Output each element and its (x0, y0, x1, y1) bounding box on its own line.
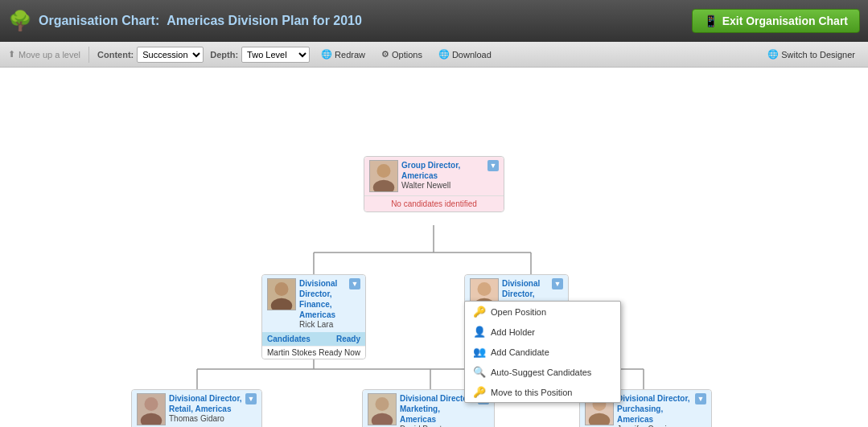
exit-button-label: Exit Organisation Chart (722, 14, 848, 27)
switch-icon: 🌐 (767, 49, 779, 60)
root-dropdown-button[interactable]: ▼ (487, 160, 499, 171)
toolbar: ⬆ Move up a level Content: Succession De… (0, 42, 868, 68)
left-candidate-row-1: Martin Stokes Ready Now (262, 346, 365, 359)
download-label: Download (452, 50, 492, 60)
depth-label: Depth: (210, 50, 238, 60)
grandchild3-dropdown-button[interactable]: ▼ (695, 393, 706, 404)
move-up-button[interactable]: ⬆ Move up a level (8, 49, 80, 60)
content-dropdown[interactable]: Succession (137, 47, 204, 63)
grandchild2-photo (368, 393, 397, 425)
depth-dropdown[interactable]: Two Level One Level Three Level (241, 47, 310, 63)
options-button[interactable]: ⚙ Options (376, 47, 427, 61)
left-child-candidates-header: Candidates Ready (262, 332, 365, 346)
grandchild1-dropdown-button[interactable]: ▼ (245, 393, 257, 404)
app-icon: 🌳 (8, 10, 32, 32)
open-position-label: Open Position (491, 307, 546, 317)
header-title-value: Americas Division Plan for 2010 (167, 14, 362, 27)
redraw-button[interactable]: 🌐 Redraw (316, 47, 370, 61)
context-menu: 🔑 Open Position 👤 Add Holder 👥 Add Candi… (464, 301, 621, 403)
svg-point-19 (478, 282, 492, 296)
download-icon: 🌐 (438, 49, 450, 60)
grandchild1-name: Thomas Gidaro (169, 414, 242, 423)
switch-designer-button[interactable]: 🌐 Switch to Designer (763, 47, 860, 61)
move-up-icon: ⬆ (8, 49, 15, 60)
chart-connectors (0, 68, 868, 427)
context-menu-item-auto-suggest[interactable]: 🔍 Auto-Suggest Candidates (465, 362, 620, 382)
add-candidate-icon: 👥 (473, 346, 486, 358)
right-child-dropdown-button[interactable]: ▼ (552, 278, 563, 289)
exit-icon: 📱 (704, 14, 718, 27)
root-no-candidates: No candidates identified (364, 195, 504, 211)
grandchild1-info: Divisional Director, Retail, Americas Th… (169, 393, 242, 423)
left-child-dropdown-button[interactable]: ▼ (349, 278, 360, 289)
svg-point-13 (377, 164, 391, 178)
app-header: 🌳 Organisation Chart: Americas Division … (0, 0, 868, 42)
left-child-name: Rick Lara (299, 320, 346, 329)
left-candidate-name-1: Martin Stokes (267, 348, 319, 357)
options-icon: ⚙ (381, 49, 389, 60)
divider-1 (88, 47, 89, 63)
auto-suggest-icon: 🔍 (473, 366, 486, 378)
open-position-icon: 🔑 (473, 306, 486, 318)
move-up-label: Move up a level (19, 50, 80, 60)
redraw-label: Redraw (335, 50, 365, 60)
add-holder-label: Add Holder (491, 327, 535, 337)
header-title-label: Organisation Chart: (39, 14, 159, 27)
left-child-photo (267, 278, 296, 310)
root-node-header: Group Director, Americas Walter Newell ▼ (364, 157, 504, 195)
context-menu-item-add-candidate[interactable]: 👥 Add Candidate (465, 342, 620, 362)
svg-point-25 (376, 397, 389, 411)
context-menu-item-open[interactable]: 🔑 Open Position (465, 302, 620, 322)
switch-label: Switch to Designer (781, 50, 855, 60)
grandchild3-info: Divisional Director, Purchasing, America… (617, 393, 692, 427)
context-menu-item-move[interactable]: 🔑 Move to this Position (465, 382, 620, 402)
redraw-icon: 🌐 (321, 49, 332, 60)
depth-selector: Depth: Two Level One Level Three Level (210, 47, 310, 63)
left-child-title: Divisional Director, Finance, Americas (299, 278, 346, 320)
left-child-header: Divisional Director, Finance, Americas R… (262, 275, 365, 332)
add-holder-icon: 👤 (473, 326, 486, 338)
left-candidate-ready-1: Ready Now (319, 348, 360, 357)
grandchild1-node: Divisional Director, Retail, Americas Th… (131, 389, 262, 427)
auto-suggest-label: Auto-Suggest Candidates (491, 367, 591, 377)
left-child-node: Divisional Director, Finance, Americas R… (261, 274, 366, 359)
exit-button[interactable]: 📱 Exit Organisation Chart (692, 9, 860, 33)
content-selector: Content: Succession (97, 47, 204, 63)
move-icon: 🔑 (473, 386, 486, 398)
grandchild1-photo (137, 393, 166, 425)
add-candidate-label: Add Candidate (491, 347, 549, 357)
root-name: Walter Newell (401, 181, 484, 190)
grandchild3-title: Divisional Director, Purchasing, America… (617, 393, 692, 425)
root-photo (369, 160, 398, 192)
download-button[interactable]: 🌐 Download (434, 47, 496, 61)
svg-point-22 (145, 397, 158, 411)
left-candidates-label: Candidates (267, 335, 336, 343)
root-info: Group Director, Americas Walter Newell (401, 160, 484, 190)
options-label: Options (392, 50, 422, 60)
svg-point-16 (275, 282, 289, 296)
left-child-info: Divisional Director, Finance, Americas R… (299, 278, 346, 329)
header-title: Organisation Chart: Americas Division Pl… (39, 14, 362, 28)
header-left: 🌳 Organisation Chart: Americas Division … (8, 10, 362, 32)
move-position-label: Move to this Position (491, 388, 573, 397)
chart-area: Group Director, Americas Walter Newell ▼… (0, 68, 868, 427)
left-ready-label: Ready (336, 335, 360, 343)
root-title: Group Director, Americas (401, 160, 484, 181)
grandchild1-title: Divisional Director, Retail, Americas (169, 393, 242, 414)
grandchild1-header: Divisional Director, Retail, Americas Th… (132, 390, 261, 427)
content-label: Content: (97, 50, 134, 60)
context-menu-item-add-holder[interactable]: 👤 Add Holder (465, 322, 620, 342)
root-node: Group Director, Americas Walter Newell ▼… (364, 156, 504, 212)
